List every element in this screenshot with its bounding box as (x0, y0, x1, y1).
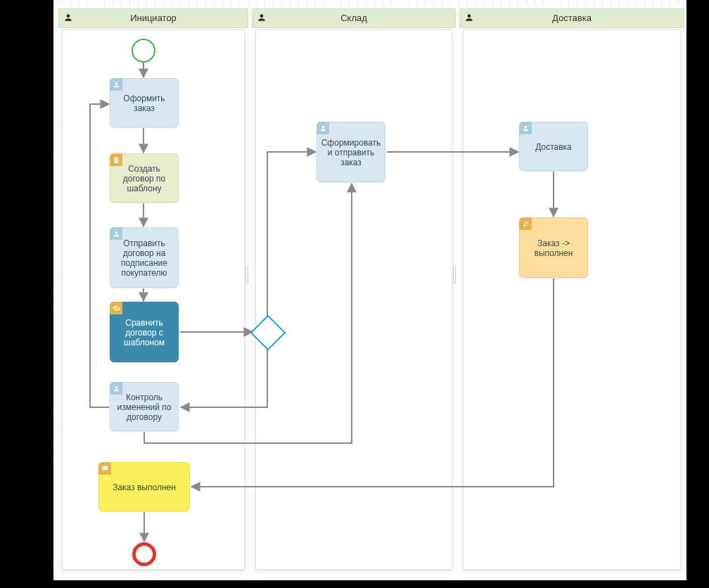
lane-collapse-handle[interactable] (245, 266, 249, 284)
lane-title: Доставка (460, 9, 684, 27)
task-order-complete[interactable]: Заказ выполнен (98, 462, 190, 511)
lane-header-delivery[interactable]: Доставка (459, 8, 684, 28)
lane-warehouse[interactable]: Склад (252, 0, 456, 577)
lane-header-initiator[interactable]: Инициатор (58, 8, 248, 28)
task-label: Отправить договор на подписание покупате… (116, 238, 172, 278)
user-icon (464, 13, 474, 23)
task-label: Заказ выполнен (113, 482, 176, 492)
task-change-control[interactable]: Контроль изменений по договору (110, 382, 179, 431)
task-create-order[interactable]: Оформить заказ (110, 78, 179, 127)
task-compare-contract[interactable]: Сравнить договор с шаблоном (110, 302, 179, 362)
task-label: Доставка (535, 142, 572, 152)
user-icon (63, 13, 73, 23)
start-event[interactable] (132, 39, 155, 63)
task-send-contract[interactable]: Отправить договор на подписание покупате… (110, 227, 179, 288)
lane-body-delivery[interactable] (463, 30, 681, 570)
lane-body-warehouse[interactable] (255, 30, 452, 570)
lane-title: Склад (253, 9, 455, 27)
end-event[interactable] (132, 542, 156, 566)
lane-delivery[interactable]: Доставка (459, 0, 684, 577)
task-label: Сформировать и отправить заказ (321, 138, 381, 167)
task-label: Заказ -> выполнен (525, 238, 582, 258)
diagram-stage: Инициатор Склад Доставка (0, 0, 709, 588)
user-icon (110, 382, 122, 395)
lane-title: Инициатор (59, 9, 248, 27)
user-icon (257, 13, 267, 23)
task-status-order-done[interactable]: Заказ -> выполнен (519, 217, 588, 278)
lane-header-warehouse[interactable]: Склад (252, 8, 456, 28)
swap-icon (519, 217, 532, 230)
user-icon (317, 122, 329, 134)
message-icon (98, 462, 111, 475)
user-icon (110, 78, 122, 91)
task-label: Создать договор по шаблону (116, 164, 172, 193)
gear-icon (110, 302, 122, 314)
task-label: Контроль изменений по договору (116, 392, 172, 422)
script-icon (110, 153, 122, 166)
task-label: Сравнить договор с шаблоном (116, 318, 172, 347)
task-delivery[interactable]: Доставка (519, 122, 588, 171)
user-icon (110, 227, 122, 240)
task-create-contract-template[interactable]: Создать договор по шаблону (110, 153, 179, 203)
task-label: Оформить заказ (116, 94, 172, 113)
task-form-send-order[interactable]: Сформировать и отправить заказ (317, 122, 385, 182)
user-icon (519, 122, 532, 134)
lane-collapse-handle[interactable] (452, 266, 456, 284)
